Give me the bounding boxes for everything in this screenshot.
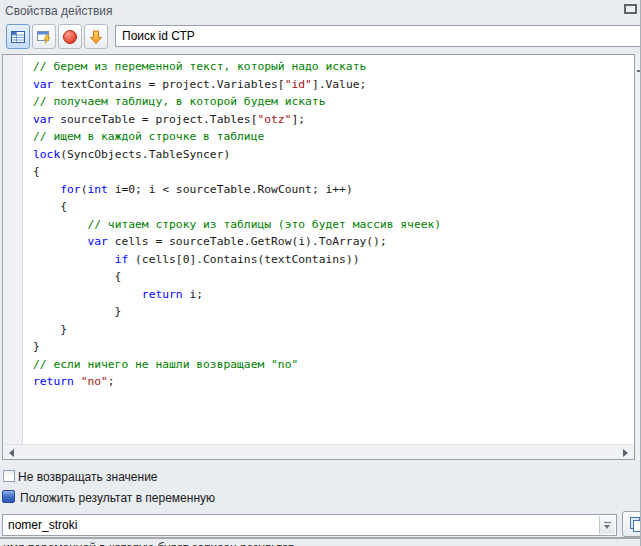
combobox-dropdown-button[interactable]	[599, 516, 615, 534]
code-line: for(int i=0; i < sourceTable.RowCount; i…	[33, 181, 634, 199]
put-result-checkbox[interactable]	[2, 490, 15, 503]
horizontal-scrollbar[interactable]	[3, 444, 634, 459]
dropdown-bar	[604, 522, 611, 523]
pages-icon	[625, 514, 641, 535]
code-line: // ищем в каждой строчке в таблице	[33, 128, 634, 146]
code-line: {	[33, 268, 634, 286]
code-line: // получаем таблицу, в которой будем иск…	[33, 93, 634, 111]
clipped-bottom-text: имя переменной в которую будет записан р…	[3, 541, 633, 546]
code-line: var textContains = project.Variables["id…	[33, 76, 634, 94]
code-line: if (cells[0].Contains(textContains))	[33, 251, 634, 269]
code-gutter	[3, 55, 23, 444]
table-view-button[interactable]	[6, 24, 30, 49]
code-line: {	[33, 163, 634, 181]
put-result-label: Положить результат в переменную	[20, 491, 215, 505]
code-line: var sourceTable = project.Tables["otz"];	[33, 111, 634, 129]
code-line: lock(SyncObjects.TableSyncer)	[33, 146, 634, 164]
arrow-down-icon	[88, 29, 104, 45]
code-line: }	[33, 338, 634, 356]
record-circle-icon	[62, 29, 78, 45]
result-variable-value: nomer_stroki	[8, 515, 77, 535]
titlebar: Свойства действия	[0, 0, 640, 22]
table-grid-icon	[10, 29, 26, 45]
code-line: return i;	[33, 286, 634, 304]
result-variable-combobox[interactable]: nomer_stroki	[2, 514, 617, 536]
code-line: // читаем строку из таблицы (это будет м…	[33, 216, 634, 234]
window-lightning-icon	[36, 29, 52, 45]
code-line: var cells = sourceTable.GetRow(i).ToArra…	[33, 233, 634, 251]
download-arrow-button[interactable]	[84, 24, 108, 49]
code-line: // берем из переменной текст, который на…	[33, 58, 634, 76]
no-return-label: Не возвращать значение	[18, 470, 158, 484]
chevron-down-icon	[604, 525, 610, 529]
code-line: }	[33, 303, 634, 321]
form-editor-button[interactable]	[32, 24, 56, 49]
code-line: {	[33, 198, 634, 216]
no-return-checkbox[interactable]	[3, 470, 15, 482]
record-button[interactable]	[58, 24, 82, 49]
window-control-icon[interactable]	[624, 4, 637, 14]
code-text[interactable]: // берем из переменной текст, который на…	[24, 55, 634, 444]
scroll-right-icon[interactable]	[623, 449, 628, 457]
action-name-input[interactable]	[115, 25, 641, 47]
code-line: }	[33, 321, 634, 339]
action-properties-panel: Свойства действия	[0, 0, 641, 546]
section-divider	[0, 537, 641, 539]
code-line: // если ничего не нашли возвращаем "no"	[33, 356, 634, 374]
code-editor[interactable]: // берем из переменной текст, который на…	[2, 54, 635, 460]
scroll-up-icon	[637, 70, 640, 72]
code-line: return "no";	[33, 373, 634, 391]
panel-title: Свойства действия	[5, 4, 112, 18]
vertical-scrollbar[interactable]	[636, 54, 641, 460]
scroll-left-icon[interactable]	[9, 449, 14, 457]
variables-list-button[interactable]	[622, 511, 641, 537]
